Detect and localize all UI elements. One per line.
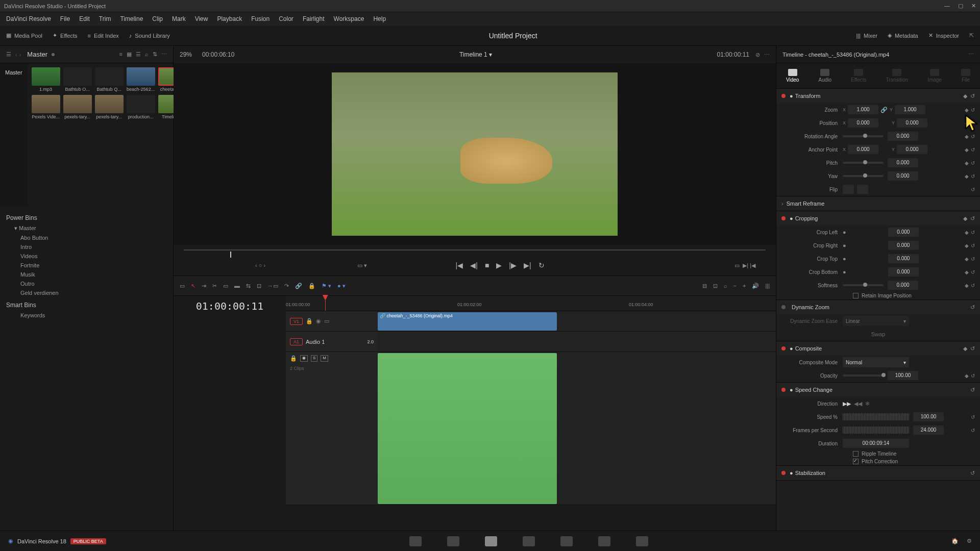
keyframe-icon[interactable]: ◆ [965, 120, 969, 126]
zoom-plus-icon[interactable]: + [743, 283, 746, 289]
append-icon[interactable]: →▭ [267, 283, 278, 289]
close-icon[interactable]: ✕ [971, 3, 976, 9]
viewer[interactable] [174, 63, 776, 245]
track-disable-icon[interactable]: ▭ [324, 318, 329, 324]
view-list-icon[interactable]: ≡ [119, 51, 122, 58]
fps-slider[interactable] [843, 427, 909, 434]
menu-item[interactable]: Help [373, 15, 386, 22]
keyframe-icon[interactable]: ◆ [963, 215, 967, 222]
crop-left-input[interactable]: 0.000 [888, 228, 919, 237]
sort-icon[interactable]: ⇅ [153, 51, 157, 58]
home-icon[interactable]: 🏠 [951, 538, 959, 544]
list-icon[interactable]: ☰ [6, 51, 11, 58]
flag-icon[interactable]: ⚑ ▾ [322, 283, 331, 289]
smart-reframe-header[interactable]: ›Smart Reframe [776, 196, 980, 211]
color-page-icon[interactable] [560, 536, 573, 546]
metadata-button[interactable]: ◈ Metadata [888, 32, 918, 39]
menu-item[interactable]: Color [279, 15, 293, 22]
zoom-y-input[interactable]: 1.000 [895, 105, 925, 114]
first-frame-button[interactable]: |◀ [456, 261, 463, 269]
bin-item[interactable]: Fortnite [14, 261, 167, 270]
bin-master[interactable]: ▾ Master [14, 223, 167, 233]
reset-icon[interactable]: ↺ [970, 387, 975, 393]
stop-button[interactable]: ■ [485, 261, 489, 269]
tab-file[interactable]: File [961, 69, 970, 83]
loop-range-icon[interactable]: ○ [259, 262, 262, 268]
prev-edit-icon[interactable]: ‹ [255, 262, 257, 268]
duration-input[interactable]: 00:00:09:14 [843, 439, 909, 448]
nav-back-icon[interactable]: ‹ [15, 52, 17, 58]
media-thumb[interactable]: beach-2562... [127, 67, 155, 92]
retain-checkbox[interactable] [853, 293, 859, 298]
ease-select[interactable]: Linear▾ [843, 316, 909, 326]
track-lock-icon[interactable]: 🔒 [306, 318, 313, 324]
tab-effects[interactable]: Effects [851, 69, 866, 83]
viewer-mode-icon[interactable]: ▭ ▾ [357, 262, 367, 269]
media-thumb[interactable]: production... [127, 95, 155, 119]
loop-button[interactable]: ↻ [538, 261, 545, 269]
mixer-button[interactable]: ||| Mixer [856, 33, 877, 39]
timeline-name[interactable]: Timeline 1 ▾ [234, 51, 717, 58]
zoom-x-input[interactable]: 1.000 [848, 105, 878, 114]
anchor-y-input[interactable]: 0.000 [897, 145, 927, 154]
menu-item[interactable]: Trim [99, 15, 111, 22]
menu-item[interactable]: Fairlight [303, 15, 325, 22]
menu-item[interactable]: View [195, 15, 208, 22]
prev-frame-button[interactable]: ◀| [470, 261, 478, 269]
track-tag-a1[interactable]: A1 [290, 338, 303, 345]
fit-icon[interactable]: ⊡ [257, 283, 261, 289]
menu-item[interactable]: Fusion [251, 15, 270, 22]
lock-icon[interactable]: 🔒 [308, 283, 315, 289]
rotation-input[interactable]: 0.000 [888, 132, 918, 141]
track-auto-icon[interactable]: ◉ [316, 318, 321, 324]
ripple-icon[interactable]: ↷ [284, 283, 289, 289]
reset-icon[interactable]: ↺ [971, 414, 975, 420]
blade-tool-icon[interactable]: ✂ [212, 283, 217, 289]
inspector-more-icon[interactable]: ⋯ [968, 51, 974, 58]
minimize-icon[interactable]: — [944, 3, 950, 9]
reset-icon[interactable]: ↺ [971, 147, 975, 153]
pos-x-input[interactable]: 0.000 [848, 118, 878, 128]
next-edit-icon[interactable]: › [263, 262, 265, 268]
track-mute-icon[interactable]: M [321, 355, 328, 362]
stabilization-header[interactable]: ● Stabilization↺ [776, 466, 980, 480]
fusion-page-icon[interactable] [523, 536, 535, 546]
menu-item[interactable]: Workspace [334, 15, 364, 22]
track-solo-icon[interactable]: S [311, 355, 317, 362]
pitch-input[interactable]: 0.000 [888, 158, 918, 167]
sound-library-button[interactable]: ♪ Sound Library [129, 33, 170, 39]
media-thumb[interactable]: Bathtub Q... [95, 67, 124, 92]
playhead[interactable] [325, 296, 326, 311]
bin-item[interactable]: Videos [14, 252, 167, 261]
reset-icon[interactable]: ↺ [971, 243, 975, 248]
menu-item[interactable]: Edit [79, 15, 90, 22]
video-clip[interactable]: 🔗 cheetah_-_53486 (Original).mp4 [378, 312, 557, 331]
audio-icon[interactable]: 🔊 [752, 283, 759, 289]
swap-button[interactable]: Swap [871, 331, 886, 337]
out-point-icon[interactable]: |◀ [750, 262, 755, 268]
ripple-checkbox[interactable] [853, 451, 859, 457]
last-frame-button[interactable]: ▶| [524, 261, 531, 269]
pos-y-input[interactable]: 0.000 [897, 118, 927, 128]
reset-icon[interactable]: ↺ [971, 120, 975, 126]
keyframe-icon[interactable]: ◆ [965, 373, 969, 379]
bypass-icon[interactable]: ⊘ [755, 52, 760, 58]
reset-icon[interactable]: ↺ [970, 304, 975, 311]
pitch-slider[interactable] [843, 162, 884, 164]
audio-clip[interactable] [378, 353, 557, 504]
speed-slider[interactable] [843, 413, 909, 420]
reset-icon[interactable]: ↺ [971, 269, 975, 275]
zoom-percent[interactable]: 29% [180, 51, 192, 58]
reset-icon[interactable]: ↺ [971, 173, 975, 179]
bin-item[interactable]: Intro [14, 242, 167, 252]
bin-item[interactable]: Musik [14, 270, 167, 279]
reset-icon[interactable]: ↺ [971, 256, 975, 262]
view-grid-icon[interactable]: ▦ [127, 51, 132, 58]
play-button[interactable]: ▶ [496, 261, 502, 269]
reset-icon[interactable]: ↺ [971, 187, 975, 192]
tab-video[interactable]: Video [786, 69, 799, 83]
marker-icon[interactable]: ● ▾ [337, 283, 346, 289]
reset-icon[interactable]: ↺ [970, 470, 975, 477]
reset-icon[interactable]: ↺ [971, 283, 975, 288]
crop-right-input[interactable]: 0.000 [888, 241, 919, 250]
